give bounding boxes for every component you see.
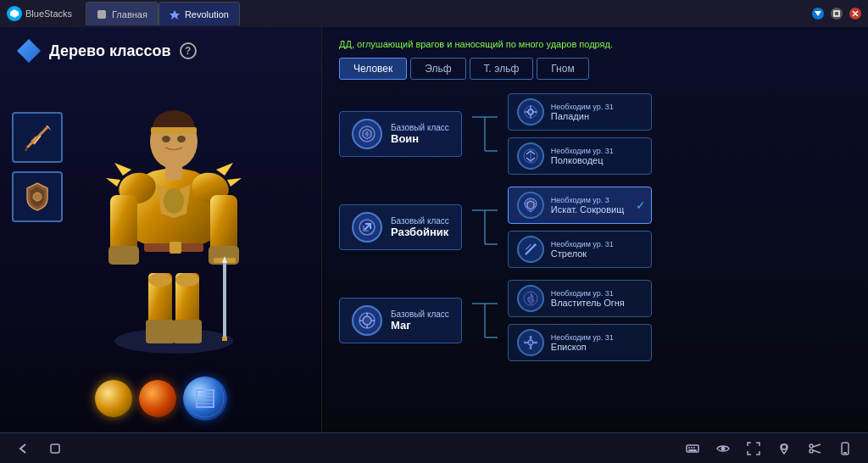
svg-rect-1 bbox=[97, 10, 106, 19]
exp-orb[interactable] bbox=[139, 380, 176, 417]
svg-marker-24 bbox=[227, 178, 242, 187]
title-bar: BlueStacks Главная Revolution bbox=[0, 0, 868, 27]
tab-list: Главная Revolution bbox=[86, 2, 240, 25]
rogue-icon bbox=[352, 212, 382, 243]
commander-class[interactable]: Необходим ур. 31 Полководец bbox=[508, 137, 652, 175]
svg-point-54 bbox=[528, 109, 533, 114]
phone-icon[interactable] bbox=[836, 439, 854, 458]
fullscreen-icon[interactable] bbox=[744, 439, 763, 458]
rogue-base-class[interactable]: Базовый класс Разбойник bbox=[339, 204, 462, 250]
archer-class[interactable]: Необходим ур. 31 Стрелок bbox=[508, 231, 652, 268]
svg-rect-4 bbox=[834, 11, 839, 16]
warrior-info: Базовый класс Воин bbox=[391, 123, 449, 145]
rogue-connector bbox=[472, 193, 498, 261]
class-description: ДД, оглушающий врагов и наносящий по мно… bbox=[339, 39, 851, 49]
minimize-button[interactable] bbox=[812, 8, 824, 20]
fire-lord-info: Необходим ур. 31 Властитель Огня bbox=[551, 289, 625, 308]
home-button[interactable] bbox=[46, 439, 64, 458]
weapon-slot[interactable] bbox=[12, 112, 63, 163]
help-button[interactable]: ? bbox=[180, 42, 197, 59]
svg-point-42 bbox=[186, 380, 224, 417]
svg-point-85 bbox=[810, 449, 813, 453]
main-area: Дерево классов ? bbox=[0, 27, 868, 432]
taskbar-left bbox=[14, 439, 64, 458]
svg-point-40 bbox=[148, 273, 172, 287]
character-figure bbox=[76, 70, 271, 358]
check-icon: ✓ bbox=[636, 198, 646, 212]
bishop-class[interactable]: Необходим ур. 31 Епископ bbox=[508, 324, 652, 361]
mage-connector bbox=[472, 287, 498, 354]
svg-rect-76 bbox=[51, 444, 59, 453]
tab-revolution[interactable]: Revolution bbox=[159, 2, 240, 25]
mage-advanced: Необходим ур. 31 Властитель Огня Н bbox=[508, 280, 652, 361]
diamond-icon bbox=[17, 39, 41, 63]
tab-dark-elf[interactable]: Т. эльф bbox=[470, 58, 534, 80]
mage-row: Базовый класс Маг bbox=[339, 280, 851, 361]
treasure-hunter-class[interactable]: Необходим ур. 3 Искат. Сокровищ ✓ bbox=[508, 187, 652, 224]
race-tabs: Человек Эльф Т. эльф Гном bbox=[339, 58, 851, 80]
panel-title: Дерево классов bbox=[49, 42, 171, 60]
location-icon[interactable] bbox=[775, 439, 793, 458]
mage-base-class[interactable]: Базовый класс Маг bbox=[339, 298, 462, 343]
warrior-icon bbox=[352, 119, 382, 149]
paladin-icon bbox=[517, 98, 544, 126]
warrior-connector bbox=[472, 100, 498, 168]
close-button[interactable] bbox=[849, 8, 861, 20]
scissors-icon[interactable] bbox=[805, 439, 824, 458]
tab-gnome[interactable]: Гном bbox=[537, 58, 588, 80]
item-slots bbox=[12, 112, 63, 222]
app-logo: BlueStacks bbox=[7, 6, 72, 21]
fire-lord-icon bbox=[517, 285, 544, 312]
tab-elf[interactable]: Эльф bbox=[410, 58, 465, 80]
class-tree: Базовый класс Воин bbox=[339, 93, 851, 361]
keyboard-icon[interactable] bbox=[683, 439, 702, 458]
svg-point-75 bbox=[528, 340, 533, 345]
paladin-class[interactable]: Необходим ур. 31 Паладин bbox=[508, 93, 652, 131]
rogue-row: Базовый класс Разбойник bbox=[339, 187, 851, 268]
right-panel: ДД, оглушающий врагов и наносящий по мно… bbox=[322, 27, 868, 432]
tab-human[interactable]: Человек bbox=[339, 58, 407, 80]
app-name: BlueStacks bbox=[25, 8, 72, 19]
treasure-hunter-info: Необходим ур. 3 Искат. Сокровищ bbox=[551, 196, 624, 215]
eye-icon[interactable] bbox=[714, 439, 732, 458]
mage-info: Базовый класс Маг bbox=[391, 310, 449, 332]
gold-orb[interactable] bbox=[95, 380, 132, 417]
taskbar bbox=[0, 432, 868, 463]
svg-marker-22 bbox=[106, 178, 120, 187]
rogue-info: Базовый класс Разбойник bbox=[391, 216, 449, 238]
svg-rect-37 bbox=[151, 127, 197, 134]
archer-icon bbox=[517, 236, 544, 263]
svg-point-84 bbox=[810, 444, 813, 448]
svg-marker-23 bbox=[216, 163, 233, 176]
svg-point-12 bbox=[33, 192, 42, 201]
game-icon bbox=[170, 9, 180, 20]
svg-line-87 bbox=[813, 450, 821, 453]
svg-rect-17 bbox=[173, 320, 202, 343]
svg-marker-0 bbox=[10, 9, 19, 18]
svg-rect-39 bbox=[170, 242, 181, 254]
svg-point-18 bbox=[164, 188, 184, 214]
svg-rect-27 bbox=[108, 246, 139, 265]
armor-slot[interactable] bbox=[12, 171, 63, 222]
bishop-icon bbox=[517, 329, 544, 356]
svg-line-86 bbox=[813, 444, 821, 447]
tab-home[interactable]: Главная bbox=[86, 2, 159, 25]
bluestacks-icon bbox=[7, 6, 22, 21]
restore-button[interactable] bbox=[831, 8, 843, 20]
svg-marker-2 bbox=[170, 10, 180, 20]
bishop-info: Необходим ур. 31 Епископ bbox=[551, 333, 614, 352]
warrior-base-class[interactable]: Базовый класс Воин bbox=[339, 111, 462, 157]
warrior-row: Базовый класс Воин bbox=[339, 93, 851, 175]
svg-line-8 bbox=[25, 148, 27, 151]
commander-icon bbox=[517, 142, 544, 170]
warrior-advanced: Необходим ур. 31 Паладин bbox=[508, 93, 652, 175]
svg-marker-3 bbox=[815, 11, 821, 16]
paladin-info: Необходим ур. 31 Паладин bbox=[551, 103, 614, 121]
back-button[interactable] bbox=[14, 439, 32, 458]
taskbar-right bbox=[683, 439, 854, 458]
treasure-hunter-icon bbox=[517, 192, 544, 219]
skill-orb[interactable] bbox=[183, 377, 227, 421]
fire-lord-class[interactable]: Необходим ур. 31 Властитель Огня bbox=[508, 280, 652, 317]
svg-point-41 bbox=[175, 273, 199, 287]
svg-point-36 bbox=[177, 136, 186, 142]
